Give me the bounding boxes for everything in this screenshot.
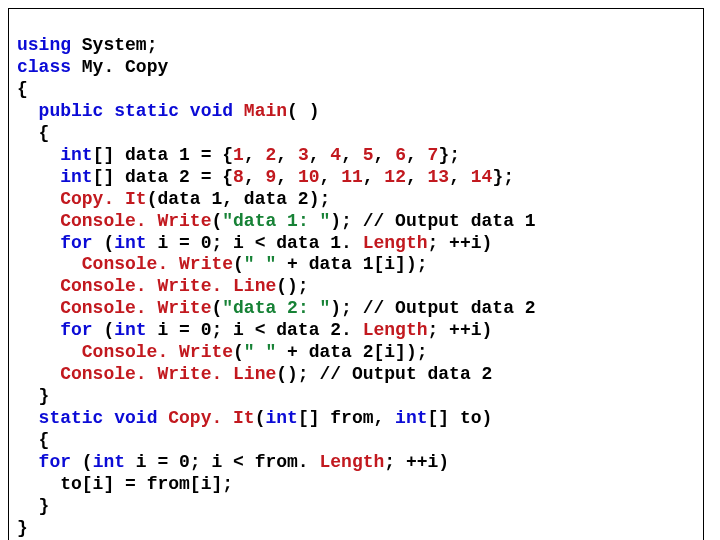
paren: ( xyxy=(211,298,222,318)
keyword-int: int xyxy=(265,408,297,428)
rest: + data 2[i]); xyxy=(276,342,427,362)
paren: (); // Output data 2 xyxy=(276,364,492,384)
sep: , xyxy=(276,145,298,165)
method-main: Main xyxy=(233,101,287,121)
sep: , xyxy=(374,145,396,165)
sep: , xyxy=(276,167,298,187)
call-console-writeline: Console. Write. Line xyxy=(60,276,276,296)
rest: ); // Output data 2 xyxy=(330,298,535,318)
string: "data 2: " xyxy=(222,298,330,318)
paren: ( xyxy=(93,233,115,253)
text: System; xyxy=(71,35,157,55)
num: 13 xyxy=(428,167,450,187)
brace: } xyxy=(39,496,50,516)
keyword-int: int xyxy=(395,408,427,428)
keyword-int: int xyxy=(60,167,92,187)
rest: i = 0; i < data 1. xyxy=(147,233,352,253)
keyword-for: for xyxy=(39,452,71,472)
num: 4 xyxy=(330,145,341,165)
prop-length: Length xyxy=(352,320,428,340)
sep: , xyxy=(244,145,266,165)
sep: , xyxy=(320,167,342,187)
call-console-write: Console. Write xyxy=(82,254,233,274)
string: "data 1: " xyxy=(222,211,330,231)
end: ; ++i) xyxy=(428,320,493,340)
brace: { xyxy=(17,79,28,99)
keyword-for: for xyxy=(60,320,92,340)
keyword-int: int xyxy=(114,320,146,340)
rest: i = 0; i < data 2. xyxy=(147,320,352,340)
keyword-for: for xyxy=(60,233,92,253)
num: 1 xyxy=(233,145,244,165)
end: }; xyxy=(438,145,460,165)
call-console-writeline: Console. Write. Line xyxy=(60,364,276,384)
string: " " xyxy=(244,342,276,362)
param: [] to) xyxy=(428,408,493,428)
brace: } xyxy=(17,518,28,538)
modifiers: static void xyxy=(39,408,158,428)
num: 14 xyxy=(471,167,493,187)
call-console-write: Console. Write xyxy=(82,342,233,362)
call-copyit: Copy. It xyxy=(60,189,146,209)
rest: i = 0; i < from. xyxy=(125,452,309,472)
num: 2 xyxy=(265,145,276,165)
sep: , xyxy=(406,145,428,165)
keyword-int: int xyxy=(93,452,125,472)
string: " " xyxy=(244,254,276,274)
args: (data 1, data 2); xyxy=(147,189,331,209)
prop-length: Length xyxy=(352,233,428,253)
end: ; ++i) xyxy=(428,233,493,253)
paren: ( ) xyxy=(287,101,319,121)
end: }; xyxy=(492,167,514,187)
call-console-write: Console. Write xyxy=(60,298,211,318)
num: 5 xyxy=(363,145,374,165)
keyword-int: int xyxy=(60,145,92,165)
num: 7 xyxy=(428,145,439,165)
sep: , xyxy=(341,145,363,165)
paren: ( xyxy=(93,320,115,340)
call-console-write: Console. Write xyxy=(60,211,211,231)
paren: ( xyxy=(255,408,266,428)
class-name: My. Copy xyxy=(71,57,168,77)
brace: { xyxy=(39,123,50,143)
num: 3 xyxy=(298,145,309,165)
code-block: using System; class My. Copy { public st… xyxy=(8,8,704,540)
paren: ( xyxy=(211,211,222,231)
rest: + data 1[i]); xyxy=(276,254,427,274)
keyword-int: int xyxy=(114,233,146,253)
num: 9 xyxy=(265,167,276,187)
paren: ( xyxy=(233,254,244,274)
sep: , xyxy=(244,167,266,187)
num: 10 xyxy=(298,167,320,187)
keyword-class: class xyxy=(17,57,71,77)
stmt: to[i] = from[i]; xyxy=(60,474,233,494)
rest: ); // Output data 1 xyxy=(330,211,535,231)
brace: } xyxy=(39,386,50,406)
num: 12 xyxy=(384,167,406,187)
num: 11 xyxy=(341,167,363,187)
prop-length: Length xyxy=(309,452,385,472)
method-copyit: Copy. It xyxy=(157,408,254,428)
brace: { xyxy=(39,430,50,450)
paren: ( xyxy=(71,452,93,472)
param: [] from, xyxy=(298,408,395,428)
num: 8 xyxy=(233,167,244,187)
sep: , xyxy=(406,167,428,187)
sep: , xyxy=(309,145,331,165)
decl: [] data 1 = { xyxy=(93,145,233,165)
paren: (); xyxy=(276,276,308,296)
paren: ( xyxy=(233,342,244,362)
decl: [] data 2 = { xyxy=(93,167,233,187)
keyword-using: using xyxy=(17,35,71,55)
modifiers: public static void xyxy=(39,101,233,121)
sep: , xyxy=(449,167,471,187)
end: ; ++i) xyxy=(384,452,449,472)
sep: , xyxy=(363,167,385,187)
num: 6 xyxy=(395,145,406,165)
